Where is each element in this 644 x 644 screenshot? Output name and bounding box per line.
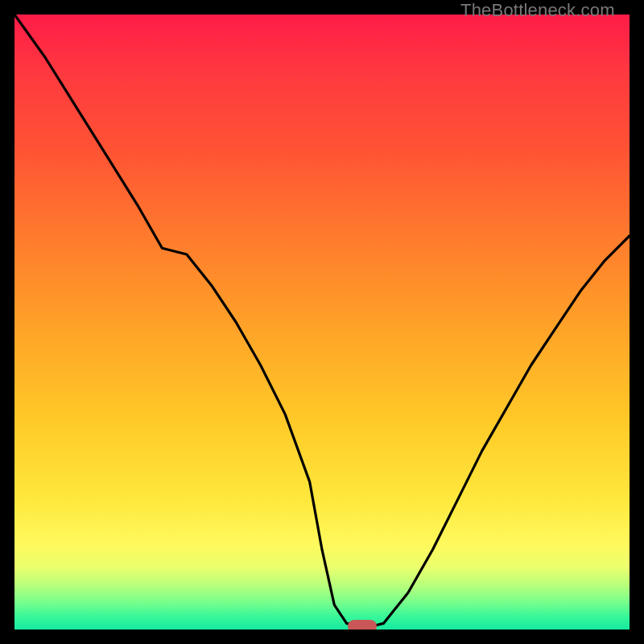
chart-frame: TheBottleneck.com	[0, 0, 644, 644]
plot-area	[14, 14, 630, 630]
attribution-text: TheBottleneck.com	[460, 0, 615, 21]
bottleneck-curve	[14, 14, 630, 630]
minimum-marker	[348, 620, 377, 630]
